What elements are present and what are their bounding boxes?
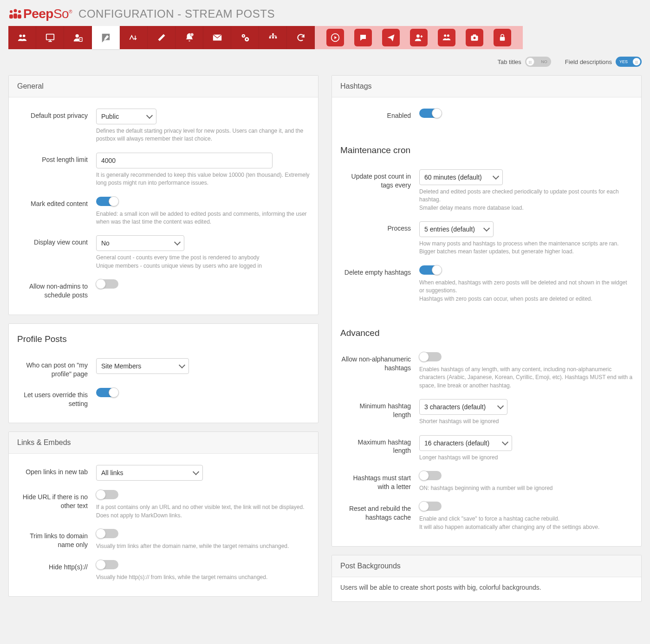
default-privacy-select[interactable]: Public: [96, 109, 156, 124]
tab-accounts[interactable]: [64, 26, 92, 49]
hide-url-desc: If a post contains only an URL and no ot…: [96, 503, 310, 520]
min-len-desc: Shorter hashtags will be ignored: [419, 418, 633, 425]
logo-icon: [8, 8, 22, 20]
svg-point-6: [19, 35, 22, 38]
delete-empty-label: Delete empty hashtags: [340, 265, 419, 277]
svg-rect-20: [269, 37, 271, 39]
hide-http-label: Hide http(s)://: [17, 560, 96, 572]
svg-point-24: [416, 34, 420, 38]
override-toggle[interactable]: [96, 388, 118, 397]
delete-empty-toggle[interactable]: [419, 265, 442, 275]
tab-groups[interactable]: [433, 26, 461, 49]
update-every-desc: Deleted and edited posts are checked per…: [419, 188, 633, 212]
open-links-label: Open links in new tab: [17, 465, 96, 477]
tab-photos[interactable]: [461, 26, 488, 49]
start-letter-toggle[interactable]: [419, 471, 442, 480]
svg-rect-22: [275, 37, 277, 39]
tab-security[interactable]: [488, 26, 516, 49]
svg-point-9: [75, 34, 78, 38]
post-length-label: Post length limit: [17, 153, 96, 164]
svg-rect-3: [9, 14, 13, 19]
links-panel: Links & Embeds Open links in new tab All…: [8, 431, 318, 597]
tab-navigation[interactable]: [259, 26, 287, 49]
post-length-desc: It is generally recommended to keep this…: [96, 171, 310, 187]
links-title: Links & Embeds: [9, 432, 318, 454]
who-post-label: Who can post on "my profile" page: [17, 358, 96, 379]
tab-friends[interactable]: [405, 26, 433, 49]
logo: PeepSo®: [8, 6, 72, 21]
profile-posts-panel: Profile Posts Who can post on "my profil…: [8, 323, 318, 424]
tab-advanced[interactable]: [231, 26, 259, 49]
reset-cache-label: Reset and rebuild the hashtags cache: [340, 502, 419, 522]
tab-titles-label: Tab titles: [498, 58, 521, 65]
hide-url-toggle[interactable]: [96, 490, 118, 499]
start-letter-desc: ON: hashtags beginning with a number wil…: [419, 484, 633, 492]
mark-edited-label: Mark edited content: [17, 197, 96, 208]
svg-text:!: !: [191, 33, 192, 36]
reset-cache-desc: Enable and click "save" to force a hasht…: [419, 515, 633, 531]
process-label: Process: [340, 221, 419, 233]
default-privacy-label: Default post privacy: [17, 109, 96, 120]
tab-chat[interactable]: [349, 26, 377, 49]
svg-rect-29: [473, 34, 476, 36]
reset-cache-toggle[interactable]: [419, 502, 442, 511]
update-every-label: Update post count in tags every: [340, 169, 419, 190]
update-every-select[interactable]: 60 minutes (default): [419, 169, 503, 185]
tab-markdown[interactable]: [120, 26, 148, 49]
svg-rect-19: [272, 33, 274, 35]
allow-nonalpha-toggle[interactable]: [419, 352, 442, 361]
hashtags-title: Hashtags: [332, 76, 641, 97]
field-desc-label: Field descriptions: [565, 58, 612, 65]
view-count-select[interactable]: No: [96, 235, 184, 251]
min-len-select[interactable]: 3 characters (default): [419, 399, 507, 415]
tab-members[interactable]: [8, 26, 36, 49]
svg-point-7: [22, 35, 25, 38]
svg-rect-8: [46, 34, 54, 40]
svg-point-2: [18, 10, 21, 13]
post-backgrounds-intro: Users will be able to create short posts…: [340, 584, 633, 591]
svg-point-0: [10, 10, 13, 13]
advanced-title: Advanced: [332, 318, 641, 341]
tab-titles-toggle[interactable]: |||NO: [525, 57, 551, 67]
tab-emails[interactable]: [203, 26, 231, 49]
trim-desc: Visually trim links after the domain nam…: [96, 542, 310, 550]
post-length-input[interactable]: [96, 153, 273, 168]
allow-schedule-label: Allow non-admins to schedule posts: [17, 279, 96, 300]
post-backgrounds-title: Post Backgrounds: [332, 555, 641, 577]
general-title: General: [9, 76, 318, 97]
maint-cron-title: Maintenance cron: [332, 135, 641, 158]
mark-edited-desc: Enabled: a small icon will be added to e…: [96, 210, 310, 226]
post-backgrounds-panel: Post Backgrounds Users will be able to c…: [332, 555, 642, 602]
hashtags-enabled-toggle[interactable]: [419, 109, 442, 118]
hashtags-panel: Hashtags Enabled Maintenance cron Update…: [332, 75, 642, 547]
view-count-desc: General count - counts every time the po…: [96, 254, 310, 270]
max-len-label: Maximum hashtag length: [340, 435, 419, 456]
tab-stream-posts[interactable]: [92, 26, 120, 49]
page-title: CONFIGURATION - STREAM POSTS: [78, 7, 275, 20]
tab-video[interactable]: [321, 26, 349, 49]
view-count-label: Display view count: [17, 235, 96, 247]
svg-point-11: [80, 39, 81, 40]
tab-refresh[interactable]: [287, 26, 315, 49]
field-desc-toggle[interactable]: YES|||: [616, 57, 642, 67]
mark-edited-toggle[interactable]: [96, 197, 118, 206]
trim-links-toggle[interactable]: [96, 529, 118, 538]
who-post-select[interactable]: Site Members: [96, 358, 189, 374]
hashtags-enabled-label: Enabled: [340, 109, 419, 120]
tab-appearance[interactable]: [36, 26, 64, 49]
hide-http-toggle[interactable]: [96, 560, 118, 569]
max-len-select[interactable]: 16 characters (default): [419, 435, 512, 451]
process-select[interactable]: 5 entries (default): [419, 221, 494, 237]
logo-text: PeepSo®: [23, 6, 72, 21]
tab-blogposts[interactable]: [148, 26, 176, 49]
tab-notifications[interactable]: !: [176, 26, 203, 49]
svg-point-25: [444, 34, 446, 37]
svg-point-18: [246, 39, 247, 40]
allow-schedule-toggle[interactable]: [96, 279, 118, 289]
display-options: Tab titles |||NO Field descriptions YES|…: [8, 49, 642, 71]
trim-links-label: Trim links to domain name only: [17, 529, 96, 549]
process-desc: How many posts and hashtags to process w…: [419, 240, 633, 256]
open-links-select[interactable]: All links: [96, 465, 203, 481]
tab-send[interactable]: [377, 26, 405, 49]
svg-rect-21: [272, 37, 274, 39]
